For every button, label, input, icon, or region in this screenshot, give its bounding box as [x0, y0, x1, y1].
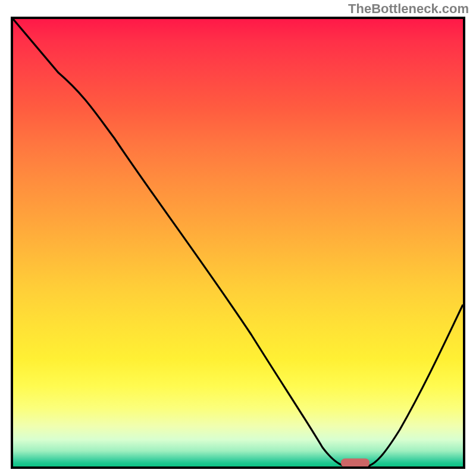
- chart-frame: [11, 17, 465, 469]
- bottleneck-curve-path: [13, 19, 463, 466]
- curve-svg: [13, 19, 463, 466]
- watermark-text: TheBottleneck.com: [348, 1, 469, 17]
- optimal-marker: [341, 458, 369, 466]
- chart-container: TheBottleneck.com: [0, 0, 476, 476]
- plot-area: [13, 19, 463, 466]
